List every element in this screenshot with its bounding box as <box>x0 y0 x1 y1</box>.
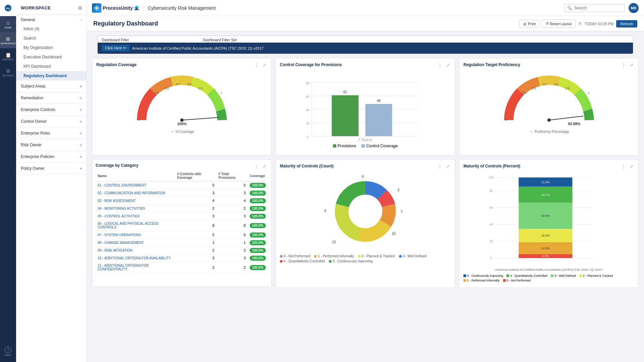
sidebar-group-enterprise-policies: Enterprise Policies + <box>16 151 86 163</box>
sidebar-group-subject-areas-plus[interactable]: + <box>80 84 82 89</box>
svg-line-28 <box>549 116 583 120</box>
regulation-proficiency-expand[interactable]: ⤢ <box>628 62 635 68</box>
bar-provisions <box>332 95 359 136</box>
print-label: Print <box>528 22 536 26</box>
sidebar-item-regulatory-dashboard[interactable]: Regulatory Dashboard <box>16 71 86 81</box>
cell-coverage: 100.0% <box>248 231 268 239</box>
table-row: 10 - ADDITIONAL CRITERIA FOR AVAILABILIT… <box>96 254 268 262</box>
svg-text:0.7: 0.7 <box>176 83 180 86</box>
print-button[interactable]: 🖨 Print <box>519 20 539 28</box>
rail-reports[interactable]: 📋 REPORTS <box>0 48 16 64</box>
sidebar-group-policy-owner-header[interactable]: Policy Owner + <box>16 163 86 174</box>
coverage-category-expand[interactable]: ⤢ <box>261 163 268 170</box>
page-title: Regulatory Dashboard <box>93 20 158 27</box>
svg-text:20: 20 <box>306 122 309 125</box>
maturity-count-menu[interactable]: ⋮ <box>437 163 443 170</box>
control-coverage-chart: 0 20 40 60 80 61 <box>280 70 451 151</box>
rail-home[interactable]: ⌂ HOME <box>0 16 16 32</box>
svg-text:0.5: 0.5 <box>154 91 159 95</box>
control-coverage-expand[interactable]: ⤢ <box>445 62 451 68</box>
cell-name: 04 - MONITORING ACTIVITIES <box>96 205 175 212</box>
svg-text:32.8%: 32.8% <box>541 214 550 217</box>
regulation-proficiency-menu[interactable]: ⋮ <box>620 62 627 68</box>
maturity-percent-title: Maturity of Controls (Percent) <box>463 164 634 168</box>
svg-text:0: 0 <box>505 118 507 121</box>
svg-text:60: 60 <box>306 95 309 98</box>
sidebar-item-inbox[interactable]: Inbox (4) <box>16 24 86 34</box>
sidebar-item-search[interactable]: Search <box>16 34 86 43</box>
legend-control-coverage-color <box>361 144 365 148</box>
sidebar-group-enterprise-risks-label: Enterprise Risks <box>21 131 50 136</box>
cell-name: 07 - SYSTEM OPERATIONS <box>96 231 175 239</box>
filter-click-here[interactable]: Click Here ✏ <box>102 45 130 51</box>
dashboard-row-2: Coverage by Category ⋮ ⤢ Name # Controls… <box>87 159 644 292</box>
sidebar-item-myorg[interactable]: My Organization <box>16 43 86 52</box>
cell-controls: 2 <box>175 205 216 212</box>
sidebar-item-kpi-dashboard[interactable]: KPI Dashboard <box>16 62 86 71</box>
refresh-button[interactable]: Refresh <box>616 20 637 28</box>
control-coverage-title: Control Coverage for Provisions <box>280 62 451 67</box>
donut-legend: 0 - Not Performed 1 - Performed Informal… <box>280 254 451 263</box>
control-coverage-menu[interactable]: ⋮ <box>437 62 443 68</box>
cell-controls: 3 <box>175 254 216 262</box>
reset-layout-button[interactable]: ↺ Reset Layout <box>542 19 576 28</box>
sidebar-group-risk-owner-plus[interactable]: + <box>80 142 82 148</box>
cell-controls: 5 <box>175 182 216 189</box>
sidebar-group-remediation-header[interactable]: Remediation + <box>16 92 86 104</box>
avatar: MB <box>629 3 639 13</box>
regulation-coverage-menu[interactable]: ⋮ <box>253 62 260 68</box>
cell-name: 11 - ADDITIONAL CRITERIA FOR CONFIDENTIA… <box>96 262 175 273</box>
rail-workspace[interactable]: ⊞ WORKSPACE <box>0 32 16 48</box>
sidebar-general-collapse[interactable]: − <box>80 17 82 22</box>
maturity-count-expand[interactable]: ⤢ <box>445 163 451 170</box>
page: Regulatory Dashboard 🖨 Print ↺ Reset Lay… <box>87 16 644 362</box>
maturity-percent-expand[interactable]: ⤢ <box>628 163 635 170</box>
cell-provisions: 1 <box>216 239 248 247</box>
logo-text: ProcessUnity <box>103 5 133 11</box>
coverage-category-menu[interactable]: ⋮ <box>253 163 260 170</box>
rail-settings[interactable]: ⚙ SETTINGS <box>0 64 16 81</box>
cell-provisions: 3 <box>216 254 248 262</box>
sidebar-group-remediation-plus[interactable]: + <box>80 95 82 101</box>
sidebar-group-enterprise-risks-plus[interactable]: + <box>80 131 82 136</box>
svg-text:0: 0 <box>490 256 492 260</box>
mp-legend-4: 4 - Quantitatively Controlled <box>506 274 547 277</box>
cell-name: 06 - LOGICAL AND PHYSICAL ACCESS CONTROL… <box>96 220 175 231</box>
cell-provisions: 5 <box>216 182 248 189</box>
maturity-count-chart: 6 3 7 10 13 9 0 - Not Performed <box>280 171 451 263</box>
regulation-coverage-expand[interactable]: ⤢ <box>261 62 268 68</box>
print-icon: 🖨 <box>523 22 527 26</box>
svg-text:100%: 100% <box>177 122 186 126</box>
search-box[interactable]: 🔍 <box>564 4 625 12</box>
sidebar-group-enterprise-policies-plus[interactable]: + <box>80 154 82 159</box>
table-row: 02 - COMMUNICATION AND INFORMATION 3 3 1… <box>96 189 268 197</box>
sidebar-group-subject-areas-header[interactable]: Subject Areas + <box>16 81 86 92</box>
sidebar-general-section[interactable]: General − <box>16 15 86 24</box>
sidebar-group-policy-owner-plus[interactable]: + <box>80 166 82 171</box>
cell-coverage: 100.0% <box>248 254 268 262</box>
maturity-percent-menu[interactable]: ⋮ <box>620 163 627 170</box>
proficiency-gauge-svg: 0 0.5 0.6 0.7 0.8 0.9 1 93.99% <box>499 73 599 127</box>
sidebar-item-exec-dashboard[interactable]: Executive Dashboard <box>16 52 86 62</box>
avatar-initials: MB <box>631 6 636 10</box>
sidebar-group-risk-owner-header[interactable]: Risk Owner + <box>16 139 86 151</box>
bar-chart-svg: 0 20 40 60 80 61 <box>283 72 447 140</box>
sidebar-group-enterprise-risks-header[interactable]: Enterprise Risks + <box>16 127 86 139</box>
table-row: 09 - RISK MITIGATION 2 2 100.0% <box>96 247 268 254</box>
rail-help[interactable]: ? HELP <box>0 343 16 359</box>
sidebar-group-enterprise-controls-header[interactable]: Enterprise Controls + <box>16 104 86 115</box>
sidebar-group-enterprise-controls-plus[interactable]: + <box>80 107 82 112</box>
mp-legend-5-label: 5 - Continuously Improving <box>467 274 503 277</box>
sidebar-group-control-owner-header[interactable]: Control Owner + <box>16 116 86 127</box>
search-input[interactable] <box>574 6 621 10</box>
toolbar: 🖨 Print ↺ Reset Layout ⏱ TODAY 03:29 PM … <box>519 19 637 28</box>
svg-text:61: 61 <box>343 90 347 94</box>
svg-text:0: 0 <box>138 118 140 121</box>
sidebar-group-enterprise-policies-header[interactable]: Enterprise Policies + <box>16 151 86 162</box>
legend-5-continuous-color <box>329 260 332 263</box>
cell-controls: 1 <box>175 239 216 247</box>
sidebar-group-control-owner-plus[interactable]: + <box>80 119 82 124</box>
sidebar-add-icon[interactable]: ⊕ <box>78 5 82 11</box>
bar-chart-legend: Provisions Control Coverage <box>283 144 447 148</box>
sidebar-group-policy-owner-label: Policy Owner <box>21 166 45 171</box>
